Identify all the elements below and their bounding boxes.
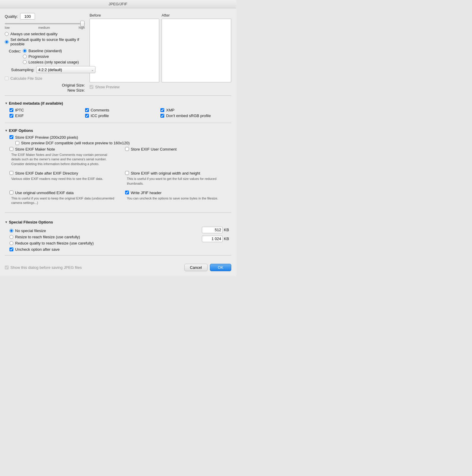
original-size-label: Original Size: [62,83,85,87]
quality-label: Quality: [5,14,18,19]
codec-label: Codec: [5,49,21,53]
embed-metadata-triangle[interactable]: ▼ [5,102,8,105]
use-original-checkbox[interactable] [9,191,13,194]
after-label: After [162,13,231,17]
new-size-row: New Size: [5,88,85,92]
exif-checkbox[interactable] [9,114,13,118]
store-user-comment-checkbox[interactable] [125,147,129,151]
right-panel: Before After Show Preview [90,13,231,93]
slider-container [5,21,85,25]
write-jfif-label: Write JFIF header [131,191,162,195]
store-user-comment-row: Store EXIF User Comment [125,147,231,151]
radio-always-use-input[interactable] [5,32,9,36]
original-jfif-section: Use original unmodified EXIF data This i… [5,191,231,208]
original-size-row: Original Size: [5,83,85,87]
uncheck-after-save-checkbox[interactable] [9,247,13,251]
store-preview-label: Store EXIF Preview (200x200 pixels) [15,135,78,140]
exif-options-title: EXIF Options [9,128,33,133]
calculate-file-size-checkbox[interactable] [5,76,9,80]
radio-set-default[interactable]: Set default quality to source file quali… [5,37,85,46]
ok-button[interactable]: OK [210,264,231,271]
exif-options-triangle[interactable]: ▼ [5,129,8,132]
before-label: Before [90,13,159,17]
filesize2-input[interactable] [202,236,223,242]
codec-baseline-input[interactable] [23,49,27,53]
comments-item[interactable]: Comments [85,108,156,112]
quality-slider[interactable] [5,23,85,24]
new-size-label: New Size: [67,88,85,92]
codec-baseline[interactable]: Baseline (standard) [23,49,79,53]
radio-always-use-label: Always use selected quality [10,32,58,36]
codec-lossless-label: Lossless (only special usage) [28,60,79,64]
exif-options-header: ▼ EXIF Options [5,128,231,133]
codec-progressive-label: Progressive [28,54,49,59]
store-dcf-row: Store preview DCF compatible (will reduc… [15,141,231,145]
codec-progressive[interactable]: Progressive [23,54,79,59]
uncheck-after-save-row[interactable]: Uncheck option after save [9,247,94,252]
store-original-size-checkbox[interactable] [125,171,129,175]
special-filesize-triangle[interactable]: ▼ [5,221,8,224]
radio-always-use[interactable]: Always use selected quality [5,32,85,36]
iptc-checkbox[interactable] [9,108,13,112]
store-dcf-checkbox[interactable] [15,141,19,145]
dont-embed-item[interactable]: Don't embed sRGB profile [160,114,231,118]
store-date-checkbox[interactable] [9,171,13,175]
comments-checkbox[interactable] [85,108,89,112]
after-container: After [162,13,231,82]
dont-embed-checkbox[interactable] [160,114,164,118]
no-special-radio[interactable] [9,229,13,233]
quality-radio-group: Always use selected quality Set default … [5,32,85,46]
store-maker-note-label: Store EXIF Maker Note [15,147,55,151]
original-size-col: Store EXIF with original width and heigh… [120,171,231,188]
icc-item[interactable]: ICC profile [85,114,156,118]
date-col: Store EXIF Date after EXIF Directory Var… [5,171,116,188]
exif-label: EXIF [15,114,24,118]
codec-row: Codec: Baseline (standard) Progressive L… [5,49,85,64]
codec-lossless[interactable]: Lossless (only special usage) [23,60,79,64]
use-original-col: Use original unmodified EXIF data This i… [5,191,116,208]
date-help: Various older EXIF readers may need this… [11,177,116,181]
codec-lossless-input[interactable] [23,60,27,64]
store-maker-note-row: Store EXIF Maker Note [9,147,116,151]
resize-to-reach-radio[interactable] [9,235,13,239]
subsampling-select-wrapper: 4:2:2 (default) 4:4:4 4:2:0 4:1:1 [36,66,95,73]
maker-note-col: Store EXIF Maker Note The EXIF Maker Not… [5,147,116,169]
write-jfif-col: Write JFIF header You can uncheck the op… [120,191,231,208]
filesize1-input[interactable] [202,227,223,233]
store-date-row: Store EXIF Date after EXIF Directory [9,171,116,175]
show-dialog-checkbox[interactable] [5,266,9,269]
icc-checkbox[interactable] [85,114,89,118]
show-preview-checkbox[interactable] [90,85,93,89]
use-original-label: Use original unmodified EXIF data [15,191,74,195]
reduce-quality-radio[interactable] [9,241,13,245]
xmp-checkbox[interactable] [160,108,164,112]
show-preview-row: Show Preview [90,85,231,89]
dont-embed-label: Don't embed sRGB profile [166,114,211,118]
quality-input[interactable] [20,13,35,20]
xmp-label: XMP [166,108,174,112]
exif-item[interactable]: EXIF [9,114,80,118]
no-special-row[interactable]: No special filesize [9,229,94,233]
store-original-size-label: Store EXIF with original width and heigh… [131,171,200,175]
codec-baseline-label: Baseline (standard) [28,49,62,53]
codec-progressive-input[interactable] [23,55,27,58]
resize-to-reach-row[interactable]: Resize to reach filesize (use carefully) [9,235,94,239]
iptc-label: IPTC [15,108,24,112]
special-filesize-header: ▼ Special Filesize Options [5,220,231,224]
write-jfif-checkbox[interactable] [125,191,129,194]
store-maker-note-checkbox[interactable] [9,147,13,151]
radio-set-default-input[interactable] [5,40,9,44]
filesize1-unit: KB [224,228,231,232]
after-preview-box [162,19,231,82]
xmp-item[interactable]: XMP [160,108,231,112]
iptc-item[interactable]: IPTC [9,108,80,112]
user-comment-col: Store EXIF User Comment [120,147,231,169]
calculate-file-size-label: Calculate File Size [10,76,42,81]
resize-to-reach-label: Resize to reach filesize (use carefully) [15,235,80,239]
quality-row: Quality: [5,13,85,20]
store-dcf-label: Store preview DCF compatible (will reduc… [21,141,130,145]
subsampling-select[interactable]: 4:2:2 (default) 4:4:4 4:2:0 4:1:1 [36,66,95,73]
store-preview-checkbox[interactable] [9,135,13,139]
reduce-quality-row[interactable]: Reduce quality to reach filesize (use ca… [9,241,94,245]
cancel-button[interactable]: Cancel [184,264,208,271]
